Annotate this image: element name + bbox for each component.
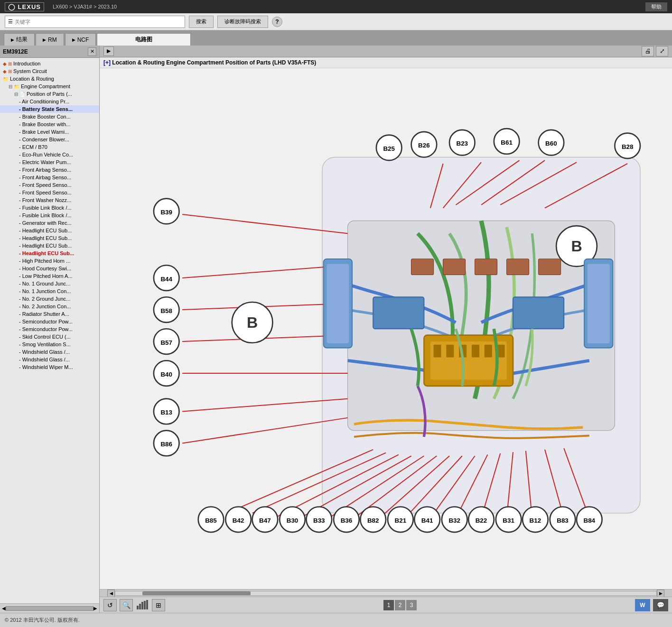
help-circle[interactable]: ? [272, 17, 282, 27]
search-button[interactable]: 搜索 [189, 16, 214, 28]
scroll-right-arrow[interactable]: ▶ [657, 590, 664, 597]
help-button[interactable]: 帮助 [645, 2, 667, 11]
tree-item-high-pitched[interactable]: - High Pitched Horn ... [0, 257, 99, 265]
tree-item-brake-booster-con[interactable]: - Brake Booster Con... [0, 113, 99, 120]
tree-item-headlight-d[interactable]: - Headlight ECU Sub... [0, 249, 99, 257]
tree-item-no2-ground[interactable]: - No. 2 Ground Junc... [0, 295, 99, 303]
diagram-title-prefix[interactable]: [+] [103, 59, 111, 66]
zoom-out-button[interactable]: 🔍 [120, 599, 133, 611]
svg-text:B28: B28 [622, 143, 634, 150]
tree-item-front-airbag-a[interactable]: - Front Airbag Senso... [0, 166, 99, 174]
tree-item-front-speed-a[interactable]: - Front Speed Senso... [0, 181, 99, 189]
tree-item-brake-level[interactable]: - Brake Level Warni... [0, 128, 99, 136]
tree-item-headlight-c[interactable]: - Headlight ECU Sub... [0, 242, 99, 249]
tree-item-generator[interactable]: - Generator with Rec... [0, 219, 99, 227]
svg-rect-108 [539, 258, 561, 275]
svg-text:B58: B58 [160, 307, 172, 314]
nav-arrow-right[interactable]: ▶ [103, 46, 114, 56]
tab-results[interactable]: ▶ 结果 [4, 33, 35, 46]
tree-item-no1-ground[interactable]: - No. 1 Ground Junc... [0, 280, 99, 287]
tree-item-ecm[interactable]: - ECM / B70 [0, 143, 99, 151]
tree-item-condenser[interactable]: - Condenser Blower... [0, 136, 99, 143]
svg-text:B26: B26 [418, 142, 430, 149]
tree-item-battery-state[interactable]: - Battery State Sens... [0, 105, 99, 113]
left-scroll-left[interactable]: ◀ [2, 606, 6, 611]
tab-rm[interactable]: ▶ RM [36, 33, 64, 46]
tab-circuit[interactable]: 电路图 [97, 33, 191, 46]
page-numbers: 1 2 3 [383, 600, 417, 610]
close-button[interactable]: ✕ [88, 47, 96, 56]
page-3[interactable]: 3 [406, 600, 417, 610]
tree-item-eco-run[interactable]: - Eco-Run Vehicle Co... [0, 151, 99, 158]
svg-text:B85: B85 [205, 516, 217, 524]
scrollbar-track[interactable] [115, 591, 657, 596]
tree-item-brake-booster-with[interactable]: - Brake Booster with... [0, 120, 99, 128]
svg-rect-104 [411, 258, 434, 275]
page-2[interactable]: 2 [395, 600, 405, 610]
left-scroll-right[interactable]: ▶ [93, 606, 97, 611]
refresh-button[interactable]: ↺ [103, 599, 117, 611]
expand-button[interactable]: ⤢ [656, 46, 668, 56]
diag-button[interactable]: 诊断故障码搜索 [217, 16, 268, 28]
main-content: EM3912E ✕ ◆ ⊞ Introduction ◆ ⊞ System Ci… [0, 46, 672, 613]
tree-item-windshield-b[interactable]: - Windshield Glass /... [0, 356, 99, 363]
svg-text:B25: B25 [383, 145, 395, 152]
svg-text:B57: B57 [160, 339, 172, 346]
footer: © 2012 丰田汽车公司. 版权所有. [0, 613, 672, 627]
tree-item-smog[interactable]: - Smog Ventilation S... [0, 341, 99, 348]
tree-item-wiper[interactable]: - Windshield Wiper M... [0, 363, 99, 371]
svg-text:B: B [571, 237, 582, 254]
tree-item-hood[interactable]: - Hood Courtesy Swi... [0, 265, 99, 272]
print-button[interactable]: 🖨 [642, 46, 654, 56]
tree-item-front-washer[interactable]: - Front Washer Nozz... [0, 196, 99, 204]
tree-item-front-speed-b[interactable]: - Front Speed Senso... [0, 189, 99, 196]
tree-item-air-conditioning[interactable]: - Air Conditioning Pr... [0, 98, 99, 105]
tree-item-semi-b[interactable]: - Semiconductor Pow... [0, 325, 99, 333]
svg-rect-38 [485, 344, 492, 357]
svg-text:B36: B36 [341, 516, 353, 524]
left-tree[interactable]: ◆ ⊞ Introduction ◆ ⊞ System Circuit 📁 Lo… [0, 58, 99, 603]
tab-ncf[interactable]: ▶ NCF [65, 33, 96, 46]
tree-item-fusible-a[interactable]: - Fusible Link Block /... [0, 204, 99, 212]
tree-item-front-airbag-b[interactable]: - Front Airbag Senso... [0, 174, 99, 181]
tree-item-headlight-a[interactable]: - Headlight ECU Sub... [0, 227, 99, 234]
copyright-text: © 2012 丰田汽车公司. 版权所有. [5, 617, 80, 624]
tree-item-semi-a[interactable]: - Semiconductor Pow... [0, 318, 99, 325]
tree-item-fusible-b[interactable]: - Fusible Link Block /... [0, 212, 99, 219]
wiring-diagram: B B B25 B26 B23 B61 B60 [100, 68, 672, 590]
tree-item-low-pitched[interactable]: - Low Pitched Horn A... [0, 272, 99, 280]
svg-text:B12: B12 [530, 516, 541, 524]
svg-rect-101 [327, 264, 349, 343]
tree-item-skid[interactable]: - Skid Control ECU (... [0, 333, 99, 341]
left-panel-scroll[interactable]: ◀ ▶ [0, 603, 99, 613]
tree-item-radiator[interactable]: - Radiator Shutter A... [0, 310, 99, 318]
svg-text:B39: B39 [160, 209, 172, 216]
svg-text:B61: B61 [501, 138, 513, 146]
chat-button[interactable]: 💬 [653, 599, 668, 611]
tree-item-electric-water[interactable]: - Electric Water Pum... [0, 158, 99, 166]
tree-item-position-of-parts[interactable]: ⊟ 📄 Position of Parts (... [0, 90, 99, 98]
left-panel-title: EM3912E [3, 48, 28, 55]
svg-text:B41: B41 [421, 516, 433, 524]
svg-rect-31 [513, 297, 564, 329]
bottom-left-tools: ↺ 🔍 ⊞ [103, 599, 165, 611]
right-panel-nav: ▶ [103, 46, 114, 56]
word-button[interactable]: W [635, 599, 650, 611]
zoom-in-button[interactable]: ⊞ [152, 599, 165, 611]
tree-item-windshield-a[interactable]: - Windshield Glass /... [0, 348, 99, 356]
bottom-right-tools: W 💬 [635, 599, 668, 611]
tree-item-engine-compartment[interactable]: ⊟ 📁 Engine Compartment [0, 83, 99, 90]
right-scrollbar[interactable]: ◀ ▶ [100, 589, 672, 597]
scroll-left-arrow[interactable]: ◀ [107, 590, 115, 597]
tree-item-location-routing[interactable]: 📁 Location & Routing [0, 75, 99, 83]
bottom-toolbar: ↺ 🔍 ⊞ 1 2 3 W 💬 [100, 597, 672, 613]
tree-item-introduction[interactable]: ◆ ⊞ Introduction [0, 60, 99, 67]
tree-item-system-circuit[interactable]: ◆ ⊞ System Circuit [0, 67, 99, 75]
tree-item-headlight-b[interactable]: - Headlight ECU Sub... [0, 234, 99, 242]
tree-item-no1-junction[interactable]: - No. 1 Junction Con... [0, 287, 99, 295]
page-1[interactable]: 1 [383, 600, 394, 610]
svg-rect-30 [373, 297, 424, 329]
keyword-input[interactable] [15, 19, 182, 25]
svg-text:B30: B30 [287, 516, 299, 524]
tree-item-no2-junction[interactable]: - No. 2 Junction Con... [0, 303, 99, 310]
